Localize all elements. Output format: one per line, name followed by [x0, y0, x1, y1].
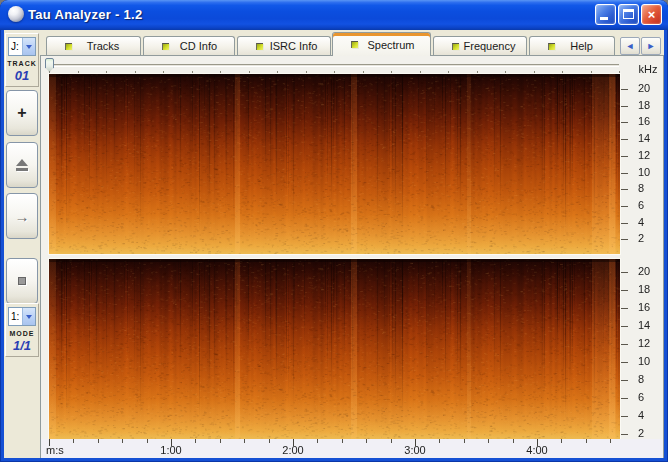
freq-tick-label: 16 [638, 301, 662, 313]
tab-spectrum[interactable]: Spectrum [332, 32, 431, 56]
led-icon [452, 43, 459, 50]
freq-tick-label: 18 [638, 99, 662, 111]
window-title: Tau Analyzer - 1.2 [28, 7, 595, 22]
eject-button[interactable] [6, 142, 38, 188]
time-unit-label: m:s [46, 444, 64, 456]
freq-tick-label: 2 [638, 232, 662, 244]
maximize-icon [623, 9, 634, 19]
minimize-button[interactable] [595, 4, 616, 25]
freq-tick-label: 8 [638, 373, 662, 385]
tab-scroll-right-button[interactable]: ► [641, 37, 661, 55]
led-icon [256, 43, 263, 50]
freq-tick-mark [621, 344, 628, 345]
tab-frequency[interactable]: Frequency [433, 36, 527, 55]
spectrogram-canvas-2 [49, 259, 620, 439]
freq-tick-label: 16 [638, 115, 662, 127]
freq-tick-mark [621, 173, 628, 174]
drive-selector-value: J: [9, 41, 22, 52]
led-icon [65, 43, 72, 50]
mode-selector-value: 1: [9, 311, 22, 322]
spectrogram-canvas-1 [49, 74, 620, 254]
freq-tick-label: 2 [638, 427, 662, 439]
freq-tick-mark [621, 206, 628, 207]
tab-cd-info[interactable]: CD Info [143, 36, 235, 55]
freq-tick-label: 20 [638, 82, 662, 94]
drive-selector-dropdown-button[interactable] [22, 38, 35, 55]
app-icon[interactable] [8, 6, 24, 22]
freq-tick-mark [621, 139, 628, 140]
led-icon [162, 43, 169, 50]
spectrum-page: kHz 20181614121086422018161412108642 m:s… [40, 55, 664, 458]
drive-selector[interactable]: J: [8, 37, 36, 56]
freq-tick-label: 14 [638, 319, 662, 331]
freq-tick-mark [621, 89, 628, 90]
freq-tick-mark [621, 239, 628, 240]
mode-group: 1: MODE 1/1 [5, 303, 39, 357]
freq-tick-mark [621, 362, 628, 363]
minimize-icon [600, 17, 608, 20]
tab-label: Frequency [459, 40, 526, 52]
chevron-down-icon [26, 315, 32, 319]
freq-tick-mark [621, 106, 628, 107]
frequency-unit-label: kHz [633, 63, 663, 75]
stop-icon [18, 277, 26, 285]
freq-tick-mark [621, 290, 628, 291]
time-axis: m:s 1:002:003:004:00 [41, 439, 663, 458]
titlebar[interactable]: Tau Analyzer - 1.2 × [0, 0, 668, 30]
tab-tracks[interactable]: Tracks [46, 36, 141, 55]
chevron-down-icon [26, 45, 32, 49]
freq-tick-label: 20 [638, 265, 662, 277]
freq-tick-label: 8 [638, 182, 662, 194]
tab-label: Help [555, 40, 614, 52]
tab-strip: Tracks CD Info ISRC Info Spectrum Freque… [40, 32, 664, 55]
freq-tick-label: 10 [638, 355, 662, 367]
spectrogram-channel-1 [48, 73, 621, 255]
mode-label: MODE [6, 330, 38, 337]
mode-selector-dropdown-button[interactable] [22, 308, 35, 325]
arrow-right-icon: → [15, 208, 30, 225]
freq-tick-mark [621, 156, 628, 157]
tab-label: Tracks [72, 40, 140, 52]
spectrogram-channel-2 [48, 258, 621, 440]
freq-tick-mark [621, 308, 628, 309]
next-track-button[interactable]: → [6, 193, 38, 239]
eject-icon [16, 159, 28, 171]
freq-tick-mark [621, 223, 628, 224]
tab-label: ISRC Info [263, 40, 330, 52]
freq-tick-label: 18 [638, 283, 662, 295]
position-slider[interactable] [47, 64, 619, 67]
maximize-button[interactable] [618, 4, 639, 25]
mode-selector[interactable]: 1: [8, 307, 36, 326]
app-window: Tau Analyzer - 1.2 × J: TRACK 01 + [0, 0, 668, 462]
plus-icon: + [17, 106, 26, 120]
time-tick-label: 2:00 [273, 444, 313, 456]
freq-tick-mark [621, 189, 628, 190]
time-tick-label: 1:00 [151, 444, 191, 456]
time-tick-label: 3:00 [395, 444, 435, 456]
tab-label: CD Info [169, 40, 234, 52]
freq-tick-mark [621, 326, 628, 327]
freq-tick-mark [621, 122, 628, 123]
freq-tick-label: 12 [638, 337, 662, 349]
freq-tick-label: 14 [638, 132, 662, 144]
freq-tick-mark [621, 398, 628, 399]
stop-button[interactable] [6, 258, 38, 304]
freq-tick-label: 10 [638, 166, 662, 178]
tab-scroll-left-button[interactable]: ◄ [620, 37, 640, 55]
freq-tick-label: 4 [638, 409, 662, 421]
track-number: 01 [6, 68, 38, 83]
freq-tick-mark [621, 416, 628, 417]
freq-tick-label: 12 [638, 149, 662, 161]
close-button[interactable]: × [641, 4, 662, 25]
freq-tick-mark [621, 380, 628, 381]
tab-isrc-info[interactable]: ISRC Info [237, 36, 331, 55]
sidebar: J: TRACK 01 + → 1: [4, 30, 40, 458]
led-icon [351, 41, 358, 48]
freq-tick-label: 6 [638, 391, 662, 403]
tab-label: Spectrum [358, 39, 430, 51]
tab-help[interactable]: Help [529, 36, 615, 55]
client-area: J: TRACK 01 + → 1: [4, 30, 664, 458]
add-button[interactable]: + [6, 90, 38, 136]
freq-tick-mark [621, 272, 628, 273]
position-slider-thumb[interactable] [45, 58, 54, 72]
